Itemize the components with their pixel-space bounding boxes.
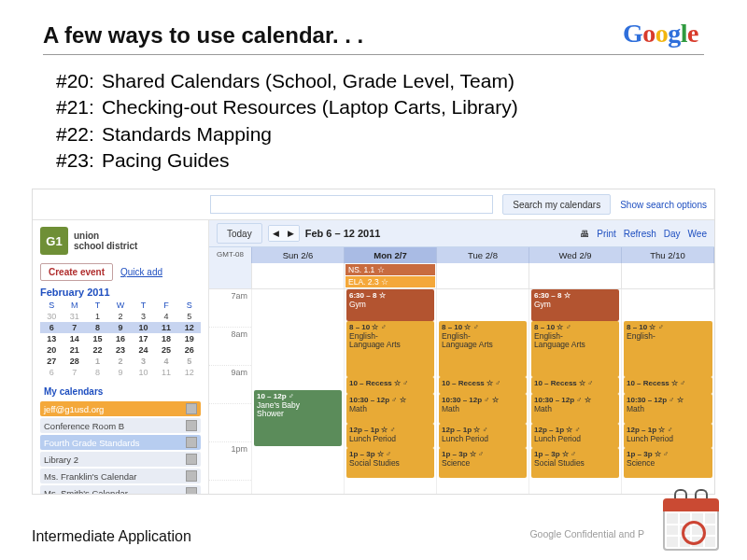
search-input[interactable] [210,195,493,214]
event[interactable]: 12p – 1p ☆ ♂Lunch Period [439,424,527,448]
bullet-num: #20: [56,68,94,94]
footer-right: Google Confidential and P [529,528,644,539]
time-label: 7am [209,289,251,328]
bullet-num: #22: [56,121,94,147]
print-icon[interactable]: 🖶 [580,229,589,239]
refresh-link[interactable]: Refresh [624,229,656,239]
day-tab[interactable]: Day [664,229,681,239]
sidebar-calendar-item[interactable]: Ms. Franklin's Calendar [40,469,201,483]
day-header[interactable]: Tue 2/8 [437,247,529,263]
sidebar-calendar-item[interactable]: Ms. Smith's Calendar [40,485,201,495]
google-logo: Google [623,19,704,49]
calendar-main: Today ◀▶ Feb 6 – 12 2011 🖶 Print Refresh… [209,220,714,494]
show-search-options-link[interactable]: Show search options [620,200,707,210]
event[interactable]: 8 – 10 ☆ ♂English-Language Arts [531,321,619,377]
event[interactable]: 6:30 – 8 ☆Gym [531,289,619,321]
event[interactable]: 10 – Recess ☆ ♂ [531,377,619,394]
bullet-text: Standards Mapping [102,121,272,147]
sidebar-calendar-item[interactable]: Library 2 [40,452,201,467]
org-logo: G1 [40,227,68,255]
event[interactable]: 1p – 3p ☆ ♂Science [439,448,527,478]
time-label: 9am [209,366,251,404]
event[interactable]: 8 – 10 ☆ ♂English- [624,321,712,377]
day-header[interactable]: Sun 2/6 [252,247,345,263]
calendar-clipart-icon [663,495,719,551]
bullet-text: Checking-out Resources (Laptop Carts, Li… [102,94,518,120]
page-title: A few ways to use calendar. . . [43,22,363,49]
allday-event[interactable]: ELA. 2.3 ☆ [345,276,435,287]
prev-icon[interactable]: ◀ [269,226,284,241]
gmt-label: GMT-08 [209,247,252,263]
create-event-button[interactable]: Create event [40,263,113,281]
event[interactable]: 10:30 – 12p ♂ ☆Math [624,394,712,424]
bullet-text: Pacing Guides [102,147,230,174]
event[interactable]: 10 – 12p ♂Jane's BabyShower [254,390,342,446]
mini-month-label: February 2011 [40,287,201,298]
day-header[interactable]: Wed 2/9 [529,247,622,263]
day-header[interactable]: Thu 2/10 [622,247,714,263]
bullet-num: #21: [56,94,94,120]
event[interactable]: 12p – 1p ☆ ♂Lunch Period [531,424,619,448]
sidebar-calendar-item[interactable]: Conference Room B [40,418,201,433]
event[interactable]: 8 – 10 ☆ ♂English-Language Arts [439,321,527,377]
allday-event[interactable]: NS. 1.1 ☆ [345,264,435,275]
week-tab[interactable]: Wee [688,229,707,239]
divider [43,54,704,55]
search-button[interactable]: Search my calendars [502,194,611,215]
calendar-sidebar: G1 unionschool district Create event Qui… [33,220,209,494]
bullet-list: #20:Shared Calendars (School, Grade Leve… [56,68,691,174]
time-label: 1pm [209,442,251,481]
bullet-text: Shared Calendars (School, Grade Level, T… [102,68,514,94]
quick-add-link[interactable]: Quick add [120,267,162,277]
allday-row: NS. 1.1 ☆ ELA. 2.3 ☆ [209,263,714,289]
event[interactable]: 10:30 – 12p ♂ ☆Math [531,394,619,424]
event[interactable]: 12p – 1p ☆ ♂Lunch Period [624,424,712,448]
event[interactable]: 6:30 – 8 ☆Gym [346,289,434,321]
my-calendars-header[interactable]: My calendars [40,384,201,399]
sidebar-calendar-item[interactable]: jeff@g1usd.org [40,401,201,416]
time-label [209,404,251,442]
day-header[interactable]: Mon 2/7 [345,247,437,263]
event[interactable]: 8 – 10 ☆ ♂English-Language Arts [346,321,434,377]
event[interactable]: 1p – 3p ☆ ♂Science [624,448,712,478]
bullet-num: #23: [56,147,94,174]
nav-arrows[interactable]: ◀▶ [268,225,300,242]
time-label: 8am [209,328,251,366]
time-grid[interactable]: 7am 8am 9am 1pm 10 – 12p ♂Jane's BabySho… [209,289,714,494]
event[interactable]: 12p – 1p ☆ ♂Lunch Period [346,424,434,448]
event[interactable]: 10:30 – 12p ♂ ☆Math [439,394,527,424]
date-range: Feb 6 – 12 2011 [305,228,381,239]
footer-left: Intermediate Application [32,528,191,545]
org-name-1: union [74,231,99,241]
next-icon[interactable]: ▶ [284,226,299,241]
today-button[interactable]: Today [217,223,262,244]
event[interactable]: 1p – 3p ☆ ♂Social Studies [346,448,434,478]
event[interactable]: 10 – Recess ☆ ♂ [346,377,434,394]
day-header-row: GMT-08 Sun 2/6 Mon 2/7 Tue 2/8 Wed 2/9 T… [209,247,714,263]
event[interactable]: 1p – 3p ☆ ♂Social Studies [531,448,619,478]
org-name-2: school district [74,241,137,251]
sidebar-calendar-item[interactable]: Fourth Grade Standards [40,435,201,450]
event[interactable]: 10:30 – 12p ♂ ☆Math [346,394,434,424]
mini-month[interactable]: SMTWTFS 303112345 6789101112 13141516171… [40,300,201,378]
event[interactable]: 10 – Recess ☆ ♂ [439,377,527,394]
event[interactable]: 10 – Recess ☆ ♂ [624,377,712,394]
print-link[interactable]: Print [597,229,616,239]
calendar-screenshot: Search my calendars Show search options … [32,189,715,495]
